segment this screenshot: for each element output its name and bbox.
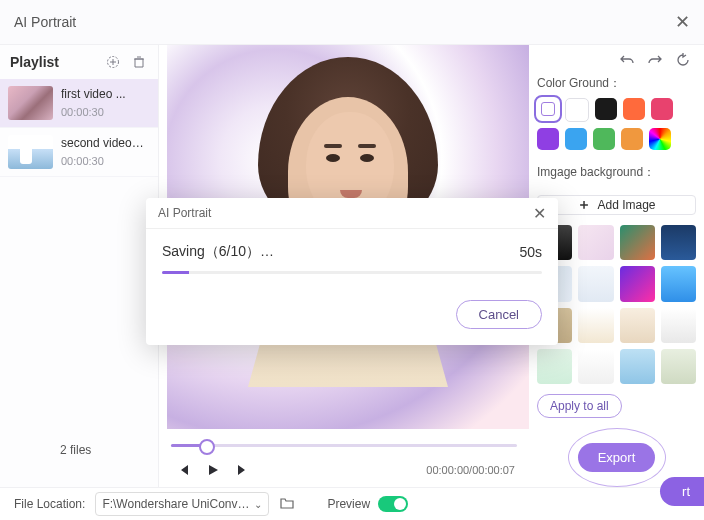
dialog-header: AI Portrait ✕ [146,198,558,229]
background-tile[interactable] [620,225,655,260]
plus-icon: ＋ [577,196,591,214]
color-swatch[interactable] [649,128,671,150]
playlist-thumb [8,135,53,169]
playlist-sidebar: Playlist first video ... 00:00:30 [0,45,159,487]
progress-bar [162,271,542,274]
color-swatch[interactable] [595,98,617,120]
play-icon[interactable] [203,460,223,480]
dialog-close-icon[interactable]: ✕ [533,204,546,223]
next-frame-icon[interactable] [233,460,253,480]
background-tile[interactable] [578,349,613,384]
background-grid [537,225,696,384]
app-window: AI Portrait ✕ Playlist first vide [0,0,704,520]
add-image-button[interactable]: ＋ Add Image [537,195,696,215]
dialog-title: AI Portrait [158,206,211,220]
background-tile[interactable] [620,349,655,384]
color-swatch[interactable] [565,98,589,122]
reset-icon[interactable] [674,51,692,69]
export-button[interactable]: Export [578,443,656,472]
background-tile[interactable] [661,308,696,343]
player-controls: 00:00:00/00:00:07 [159,453,529,487]
color-swatch[interactable] [621,128,643,150]
background-tile[interactable] [578,225,613,260]
add-image-label: Add Image [597,198,655,212]
playlist-label: Playlist [10,54,59,70]
file-location-label: File Location: [14,497,85,511]
undo-icon[interactable] [618,51,636,69]
background-tile[interactable] [661,225,696,260]
close-icon[interactable]: ✕ [675,11,690,33]
dialog-status: Saving（6/10）… [162,243,274,261]
playlist-item-name: second video… [61,136,144,150]
slider-handle[interactable] [199,439,215,455]
background-tile[interactable] [578,266,613,301]
playlist-thumb [8,86,53,120]
apply-to-all-button[interactable]: Apply to all [537,394,622,418]
playlist-item[interactable]: second video… 00:00:30 [0,128,158,177]
color-swatch[interactable] [623,98,645,120]
background-tile[interactable] [620,308,655,343]
playlist-item-duration: 00:00:30 [61,155,144,168]
chevron-down-icon: ⌄ [254,499,262,510]
saving-dialog: AI Portrait ✕ Saving（6/10）… 50s Cancel [146,198,558,345]
background-tile[interactable] [661,349,696,384]
preview-toggle[interactable] [378,496,408,512]
prev-frame-icon[interactable] [173,460,193,480]
export-highlight: Export [568,428,666,487]
color-swatches [537,98,696,150]
color-swatch[interactable] [537,128,559,150]
cancel-button[interactable]: Cancel [456,300,542,329]
color-swatch[interactable] [651,98,673,120]
window-title: AI Portrait [14,14,76,30]
title-bar: AI Portrait ✕ [0,0,704,45]
file-location-select[interactable]: F:\Wondershare UniConverte… ⌄ [95,492,269,516]
background-tile[interactable] [620,266,655,301]
redo-icon[interactable] [646,51,664,69]
color-swatch[interactable] [537,98,559,120]
color-ground-label: Color Ground： [537,75,696,92]
image-bg-label: Imgage background： [537,164,696,181]
floating-export-button[interactable]: rt [660,477,704,506]
open-folder-icon[interactable] [279,495,297,513]
files-count-label: 2 files [60,443,91,457]
add-to-playlist-icon[interactable] [104,53,122,71]
playlist-header: Playlist [0,45,158,79]
delete-icon[interactable] [130,53,148,71]
file-location-path: F:\Wondershare UniConverte… [102,497,254,511]
playlist-item-duration: 00:00:30 [61,106,126,119]
preview-label: Preview [327,497,370,511]
background-tile[interactable] [661,266,696,301]
background-tile[interactable] [537,349,572,384]
playlist-item[interactable]: first video ... 00:00:30 [0,79,158,128]
time-display: 00:00:00/00:00:07 [426,464,515,476]
background-tile[interactable] [578,308,613,343]
dialog-eta: 50s [519,244,542,260]
footer-bar: File Location: F:\Wondershare UniConvert… [0,487,704,520]
playlist-item-name: first video ... [61,87,126,101]
timeline-slider[interactable] [171,437,517,453]
color-swatch[interactable] [565,128,587,150]
color-swatch[interactable] [593,128,615,150]
